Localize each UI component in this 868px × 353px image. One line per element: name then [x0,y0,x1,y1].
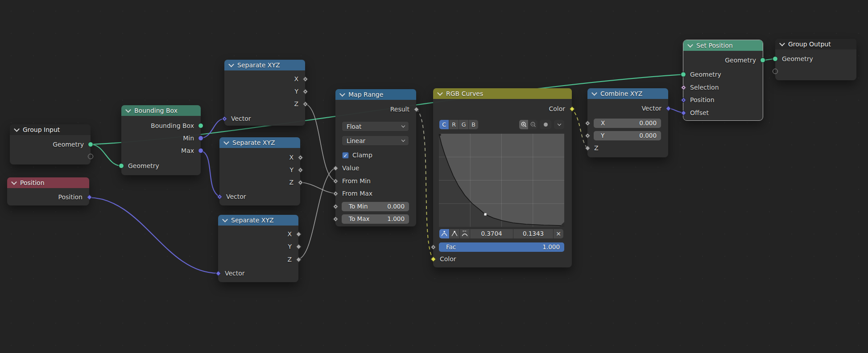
node-group-output[interactable]: Group OutputGeometry [775,39,856,80]
map-range-to-min-socket[interactable] [333,204,338,209]
separate-xyz-2-vector-socket[interactable] [217,194,222,199]
group-output-geometry-socket[interactable] [773,56,778,62]
group-input-geometry-socket[interactable] [88,142,93,147]
collapse-chevron-icon[interactable] [223,139,229,145]
node-header-separate-xyz-1[interactable]: Separate XYZ [224,60,305,70]
combine-xyz-x-socket[interactable] [585,120,590,126]
node-header-rgb-curves[interactable]: RGB Curves [433,88,572,99]
collapse-chevron-icon[interactable] [222,217,228,222]
rgb-curves-color-socket[interactable] [430,256,436,262]
channel-button-r[interactable]: R [449,120,459,129]
map-range-result-socket[interactable] [413,107,419,112]
map-range-value-socket[interactable] [333,165,338,171]
handle-vector-button[interactable] [450,229,459,238]
node-rgb-curves[interactable]: RGB CurvesColorCRGB0.37040.1343×Fac1.000… [433,88,572,267]
node-separate-xyz-1[interactable]: Separate XYZXYZVector [224,60,305,126]
collapse-chevron-icon[interactable] [687,42,693,48]
node-separate-xyz-3[interactable]: Separate XYZXYZVector [218,215,298,282]
curve-plot[interactable] [439,134,564,227]
collapse-chevron-icon[interactable] [437,90,443,96]
node-group-input[interactable]: Group InputGeometry [10,124,91,164]
combine-xyz-vector-socket[interactable] [665,106,671,111]
node-combine-xyz[interactable]: Combine XYZVectorX0.000Y0.000Z [587,88,668,157]
node-header-combine-xyz[interactable]: Combine XYZ [587,88,668,99]
separate-xyz-2-x-socket[interactable] [298,155,303,160]
set-position-geometry-socket[interactable] [760,57,765,63]
value-field-x[interactable]: X0.000 [594,119,661,128]
rgb-curves-fac-socket[interactable] [430,244,436,250]
separate-xyz-2-z-socket[interactable] [298,180,303,185]
set-position-geometry-socket[interactable] [681,72,686,77]
collapse-chevron-icon[interactable] [14,126,20,132]
bounding-box-max-socket[interactable] [198,148,203,153]
delete-point-button[interactable]: × [554,229,563,238]
node-header-separate-xyz-2[interactable]: Separate XYZ [219,137,300,148]
node-header-separate-xyz-3[interactable]: Separate XYZ [218,215,298,226]
separate-xyz-1-y-socket[interactable] [302,89,308,94]
combine-xyz-z-socket[interactable] [585,145,590,151]
separate-xyz-1-z-socket[interactable] [302,101,308,107]
rgb-curves-color-socket[interactable] [569,106,575,111]
channel-button-c[interactable]: C [439,120,449,129]
collapse-chevron-icon[interactable] [228,62,234,67]
node-set-position[interactable]: Set PositionGeometryGeometrySelectionPos… [683,40,763,120]
node-graph-canvas[interactable]: Group InputGeometryPositionPositionBound… [0,0,868,353]
set-position-offset-socket[interactable] [681,110,686,115]
node-header-map-range[interactable]: Map Range [335,89,416,100]
bounding-box-bounding-box-socket[interactable] [198,123,203,128]
group-input-virtual-socket[interactable] [88,154,93,159]
collapse-chevron-icon[interactable] [125,107,131,113]
zoom-out-button[interactable] [529,120,537,129]
set-position-position-socket[interactable] [681,97,686,103]
handle-auto-button[interactable] [439,229,449,238]
separate-xyz-3-z-socket[interactable] [296,257,301,262]
bounding-box-geometry-socket[interactable] [119,163,124,168]
dropdown-float[interactable]: Float [342,121,409,131]
socket-label: Vector [231,112,251,125]
value-field-to-min[interactable]: To Min0.000 [342,202,409,211]
node-position[interactable]: PositionPosition [7,177,89,205]
point-y-field[interactable]: 0.1343 [513,229,553,238]
point-x-field[interactable]: 0.3704 [470,229,513,238]
channel-button-b[interactable]: B [469,120,478,129]
set-position-selection-socket[interactable] [681,85,686,90]
separate-xyz-1-x-socket[interactable] [302,76,308,82]
group-output-virtual-socket[interactable] [773,69,778,74]
separate-xyz-3-vector-socket[interactable] [215,271,221,276]
node-separate-xyz-2[interactable]: Separate XYZXYZVector [219,137,300,205]
clamp-checkbox[interactable]: ✓ [342,152,349,159]
collapse-chevron-icon[interactable] [11,179,17,185]
handle-auto-clamped-button[interactable] [460,229,470,238]
channel-button-g[interactable]: G [459,120,468,129]
separate-xyz-1-vector-socket[interactable] [222,116,227,121]
separate-xyz-3-x-socket[interactable] [296,231,301,237]
position-position-socket[interactable] [87,194,92,200]
curve-point-selected[interactable] [484,213,487,215]
separate-xyz-2-y-socket[interactable] [298,167,303,172]
separate-xyz-3-y-socket[interactable] [296,244,301,249]
node-header-set-position[interactable]: Set Position [683,40,763,51]
collapse-chevron-icon[interactable] [591,90,597,96]
clipping-options-button[interactable] [540,120,551,129]
zoom-in-button[interactable] [519,120,528,129]
node-header-group-input[interactable]: Group Input [10,124,91,135]
collapse-chevron-icon[interactable] [779,41,785,46]
dropdown-linear[interactable]: Linear [342,135,409,146]
map-range-from-max-socket[interactable] [333,191,338,196]
node-bounding-box[interactable]: Bounding BoxBounding BoxMinMaxGeometry [121,105,201,175]
collapse-chevron-icon[interactable] [339,91,345,97]
fac-slider[interactable]: Fac1.000 [439,242,564,252]
combine-xyz-y-socket[interactable] [585,133,590,138]
bounding-box-min-socket[interactable] [198,135,203,141]
value-field-y[interactable]: Y0.000 [594,131,661,140]
value-field-to-max[interactable]: To Max1.000 [342,214,409,224]
node-map-range[interactable]: Map RangeResultFloatLinear✓ClampValueFro… [335,89,416,226]
curve-options-button[interactable] [554,120,564,129]
map-range-to-max-socket[interactable] [333,216,338,222]
map-range-from-min-socket[interactable] [333,178,338,184]
node-header-position[interactable]: Position [7,177,89,188]
curve-widget[interactable] [439,134,564,227]
node-header-group-output[interactable]: Group Output [775,39,856,49]
node-header-bounding-box[interactable]: Bounding Box [121,105,201,116]
slider-row: Fac1.000 [433,241,572,253]
